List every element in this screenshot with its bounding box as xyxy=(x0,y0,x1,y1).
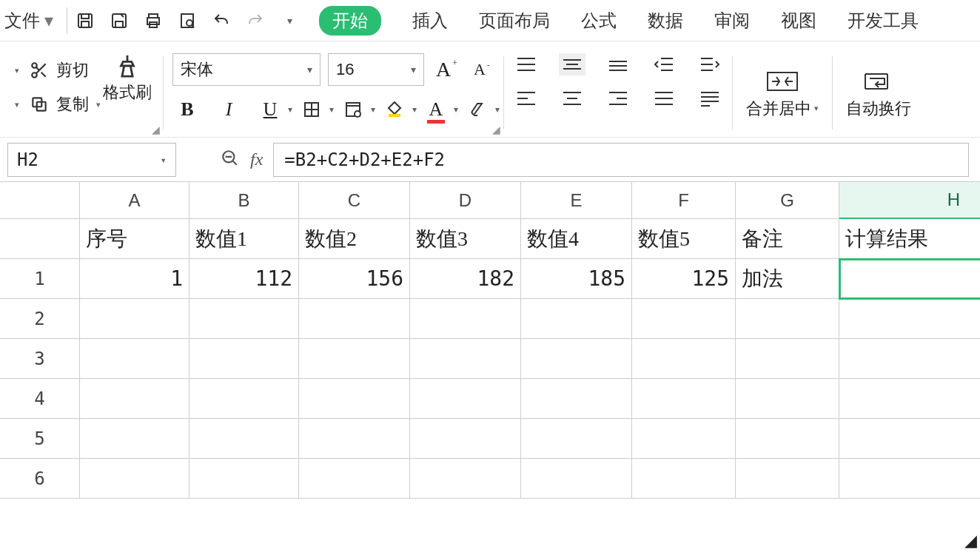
cell[interactable] xyxy=(521,459,632,499)
tab-start[interactable]: 开始 xyxy=(319,6,381,36)
tab-view[interactable]: 视图 xyxy=(781,0,816,41)
align-bottom-button[interactable] xyxy=(605,53,631,75)
font-name-select[interactable]: 宋体 ▾ xyxy=(172,53,320,86)
cell[interactable] xyxy=(80,339,189,379)
cell[interactable] xyxy=(189,459,299,499)
italic-button[interactable]: I xyxy=(214,95,244,124)
paste-dropdown2-icon[interactable]: ▾ xyxy=(15,100,19,110)
row-header-6[interactable]: 6 xyxy=(0,459,80,499)
cell[interactable] xyxy=(521,339,632,379)
cell[interactable] xyxy=(299,339,410,379)
cell-F2[interactable]: 125 xyxy=(632,259,736,299)
cell[interactable] xyxy=(736,379,839,419)
name-box[interactable]: H2 ▾ xyxy=(7,143,176,177)
cell[interactable] xyxy=(410,379,521,419)
col-header-A[interactable]: A xyxy=(80,182,189,219)
border-button[interactable]: ▾ xyxy=(297,95,326,124)
cell[interactable] xyxy=(839,459,980,499)
formula-input[interactable]: =B2+C2+D2+E2+F2 xyxy=(273,143,969,177)
undo-icon[interactable] xyxy=(211,10,232,31)
tab-dev[interactable]: 开发工具 xyxy=(848,0,919,41)
cell-style-button[interactable]: ▾ xyxy=(338,95,368,124)
col-header-F[interactable]: F xyxy=(632,182,736,219)
cell-C1[interactable]: 数值2 xyxy=(299,219,410,259)
cell[interactable] xyxy=(189,299,299,339)
cell[interactable] xyxy=(736,339,839,379)
align-top-button[interactable] xyxy=(513,53,540,75)
paste-dropdown-icon[interactable]: ▾ xyxy=(15,66,19,75)
cell[interactable] xyxy=(839,299,980,339)
cell-D2[interactable]: 182 xyxy=(410,259,521,299)
col-header-H[interactable]: H xyxy=(839,182,980,219)
cell[interactable] xyxy=(736,459,839,499)
cell-D1[interactable]: 数值3 xyxy=(410,219,521,259)
cell-B1[interactable]: 数值1 xyxy=(189,219,299,259)
cell-G1[interactable]: 备注 xyxy=(736,219,839,259)
cell[interactable] xyxy=(632,419,736,459)
print-icon[interactable] xyxy=(143,10,164,31)
cell[interactable] xyxy=(80,419,189,459)
redo-icon[interactable] xyxy=(245,10,266,31)
cell-B2[interactable]: 112 xyxy=(189,259,299,299)
fx-label[interactable]: fx xyxy=(250,149,263,169)
file-menu[interactable]: 文件 ▾ xyxy=(0,0,59,41)
clipboard-launcher-icon[interactable]: ◢ xyxy=(152,124,160,135)
cell[interactable] xyxy=(299,459,410,499)
merge-center-button[interactable]: 合并居中 ▾ xyxy=(733,50,832,137)
tab-page-layout[interactable]: 页面布局 xyxy=(479,0,550,41)
save-as-icon[interactable] xyxy=(109,10,130,31)
zoom-out-icon[interactable] xyxy=(221,149,240,170)
cell[interactable] xyxy=(736,299,839,339)
align-left-button[interactable] xyxy=(513,87,540,110)
select-all-corner[interactable] xyxy=(0,182,80,219)
cell[interactable] xyxy=(410,299,521,339)
col-header-E[interactable]: E xyxy=(521,182,632,219)
cell[interactable] xyxy=(80,379,189,419)
bold-button[interactable]: B xyxy=(172,95,202,124)
cell-E2[interactable]: 185 xyxy=(521,259,632,299)
cell[interactable] xyxy=(839,339,980,379)
save-icon[interactable] xyxy=(75,10,95,31)
cell-A1[interactable]: 序号 xyxy=(80,219,189,259)
cell-C2[interactable]: 156 xyxy=(299,259,410,299)
cell-G2[interactable]: 加法 xyxy=(736,259,839,299)
distribute-button[interactable] xyxy=(697,87,723,110)
cell[interactable] xyxy=(299,299,410,339)
cell[interactable] xyxy=(410,339,521,379)
cut-button[interactable]: ▾ 剪切 xyxy=(9,53,101,87)
tab-review[interactable]: 审阅 xyxy=(714,0,750,41)
copy-button[interactable]: ▾ 复制 ▾ xyxy=(9,87,101,121)
justify-button[interactable] xyxy=(651,87,677,110)
align-center-button[interactable] xyxy=(559,87,585,110)
clear-format-button[interactable]: ▾ xyxy=(463,95,492,124)
cell[interactable] xyxy=(410,459,521,499)
font-launcher-icon[interactable]: ◢ xyxy=(492,124,500,135)
cell[interactable] xyxy=(189,339,299,379)
print-preview-icon[interactable] xyxy=(177,10,198,31)
increase-indent-button[interactable] xyxy=(697,53,723,75)
cell-H2[interactable]: 760 xyxy=(839,259,980,299)
cell[interactable] xyxy=(521,379,632,419)
font-size-select[interactable]: 16 ▾ xyxy=(328,53,424,86)
row-header-4[interactable]: 4 xyxy=(0,379,80,419)
cell[interactable] xyxy=(632,299,736,339)
cell-A2[interactable]: 1 xyxy=(80,259,189,299)
cell[interactable] xyxy=(299,379,410,419)
tab-insert[interactable]: 插入 xyxy=(412,0,448,41)
cell-F1[interactable]: 数值5 xyxy=(632,219,736,259)
row-header-1[interactable] xyxy=(0,219,80,259)
format-painter-button[interactable]: 格式刷 xyxy=(101,53,154,104)
font-color-button[interactable]: A ▾ xyxy=(421,95,451,124)
cell[interactable] xyxy=(839,419,980,459)
quick-access-dropdown[interactable]: ▾ xyxy=(279,10,300,31)
cell[interactable] xyxy=(736,419,839,459)
cell[interactable] xyxy=(410,419,521,459)
increase-font-button[interactable]: A+ xyxy=(432,58,462,81)
cell-E1[interactable]: 数值4 xyxy=(521,219,632,259)
cell[interactable] xyxy=(299,419,410,459)
cell-H1[interactable]: 计算结果 xyxy=(839,219,980,259)
cell[interactable] xyxy=(632,339,736,379)
row-header-5[interactable]: 5 xyxy=(0,419,80,459)
cell[interactable] xyxy=(80,299,189,339)
align-right-button[interactable] xyxy=(605,87,631,110)
